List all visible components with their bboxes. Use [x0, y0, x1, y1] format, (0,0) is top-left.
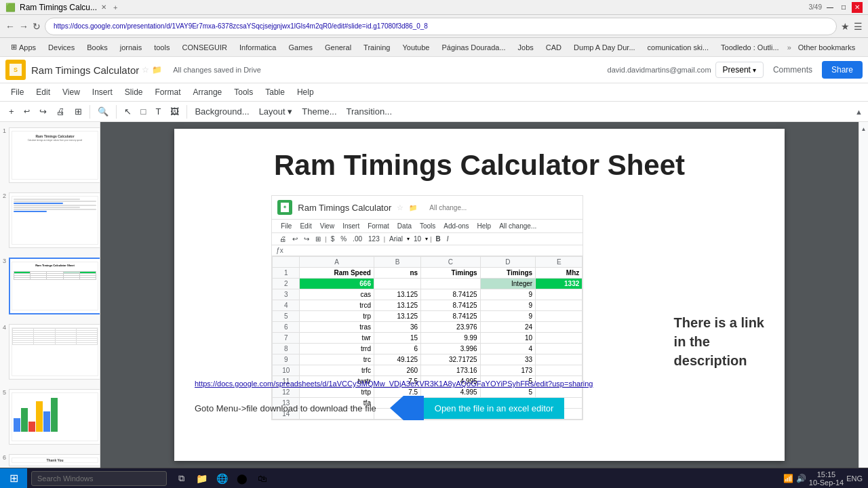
- slide-spreadsheet-link[interactable]: https://docs.google.com/spreadsheets/d/1…: [195, 380, 764, 388]
- bookmark-training[interactable]: Training: [358, 42, 395, 53]
- table-row-5: 5 trp 13.125 8.74125 9: [273, 311, 583, 322]
- bookmark-youtube[interactable]: Youtube: [397, 42, 435, 53]
- back-btn[interactable]: ←: [5, 21, 15, 32]
- toolbar-transition-btn[interactable]: Transition...: [343, 104, 395, 119]
- slide-thumb-wrapper-1: 1 Ram Timings Calculator Calculate timin…: [3, 127, 97, 183]
- menu-view[interactable]: View: [57, 85, 85, 100]
- menu-file[interactable]: File: [5, 85, 29, 100]
- slide1-thumb-sub: Calculate timings as integer values from…: [12, 138, 98, 142]
- more-bookmarks-icon[interactable]: »: [787, 43, 791, 52]
- settings-btn[interactable]: ☰: [854, 21, 863, 32]
- slide-thumb-4[interactable]: [9, 324, 100, 380]
- tab-close-icon[interactable]: ✕: [101, 3, 106, 11]
- saved-status: All changes saved in Drive: [173, 66, 261, 74]
- cell-10a: trfc: [300, 365, 374, 376]
- toolbar-paintformat-btn[interactable]: ⊞: [71, 104, 85, 119]
- taskbar-search-input[interactable]: [31, 471, 167, 486]
- menu-slide[interactable]: Slide: [119, 85, 149, 100]
- new-tab-btn[interactable]: +: [113, 3, 117, 12]
- title-folder-icon[interactable]: 📁: [152, 65, 162, 75]
- maximize-btn[interactable]: □: [838, 2, 849, 13]
- taskbar-store-btn[interactable]: 🛍: [252, 468, 273, 489]
- slide2-line3: [14, 203, 63, 204]
- menu-edit[interactable]: Edit: [31, 85, 56, 100]
- toolbar-cursor-btn[interactable]: ↖: [121, 104, 135, 119]
- url-input[interactable]: [45, 18, 837, 35]
- bookmark-toodledo[interactable]: Toodledo : Outli...: [715, 42, 785, 53]
- ss-menubar: File Edit View Insert Format Data Tools …: [272, 220, 583, 233]
- slide-thumb-2[interactable]: [9, 192, 100, 248]
- present-dropdown-icon[interactable]: ▾: [753, 66, 756, 74]
- ss-topbar: ✦ Ram Timings Calculator ☆ 📁 All change.…: [272, 196, 583, 220]
- bookmark-apps[interactable]: ⊞ Apps: [5, 41, 41, 53]
- svg-marker-0: [390, 396, 424, 420]
- cell-3e: [536, 289, 583, 300]
- cell-1b: ns: [374, 268, 420, 279]
- slide-thumb-6[interactable]: Thank You: [9, 454, 100, 466]
- share-btn[interactable]: Share: [822, 61, 863, 79]
- bookmark-cad[interactable]: CAD: [540, 42, 567, 53]
- forward-btn[interactable]: →: [19, 21, 28, 32]
- toolbar-undo2-btn[interactable]: ↩: [20, 105, 33, 118]
- toolbar-shape-btn[interactable]: □: [138, 104, 150, 119]
- bookmark-games[interactable]: Games: [283, 42, 317, 53]
- taskbar-task-view-btn[interactable]: ⧉: [171, 468, 191, 489]
- bookmark-general[interactable]: General: [319, 42, 357, 53]
- menu-format[interactable]: Format: [150, 85, 186, 100]
- cell-2b: [374, 279, 420, 289]
- menu-arrange[interactable]: Arrange: [188, 85, 228, 100]
- taskbar-clock[interactable]: 15:15 10-Sep-14: [809, 470, 844, 487]
- slide-thumb-5[interactable]: [9, 389, 100, 445]
- ss-fontsize-dropdown-icon: ▾: [425, 236, 428, 242]
- open-excel-btn[interactable]: Open the file in an excel editor: [424, 398, 565, 419]
- network-icon: 📶: [783, 474, 793, 483]
- toolbar-text-btn[interactable]: T: [152, 104, 164, 119]
- comments-btn[interactable]: Comments: [768, 62, 818, 77]
- bookmark-comunication[interactable]: comunication ski...: [642, 42, 714, 53]
- toolbar-redo-btn[interactable]: ↪: [36, 104, 50, 119]
- toolbar-image-btn[interactable]: 🖼: [167, 104, 182, 119]
- bookmark-devices[interactable]: Devices: [43, 42, 80, 53]
- toolbar-undo-btn[interactable]: +: [5, 104, 18, 119]
- slide5-bar5: [43, 411, 50, 432]
- collapse-btn[interactable]: ▲: [855, 108, 863, 116]
- slide-thumb-3[interactable]: Ram Timings Calculator Sheet: [9, 258, 100, 314]
- bookmark-paginas[interactable]: Páginas Dourada...: [436, 42, 511, 53]
- slide-thumb-1[interactable]: Ram Timings Calculator Calculate timings…: [9, 127, 100, 183]
- toolbar-layout-btn[interactable]: Layout ▾: [256, 104, 296, 119]
- taskbar-file-explorer-btn[interactable]: 📁: [191, 468, 212, 489]
- menu-tools[interactable]: Tools: [229, 85, 258, 100]
- close-btn[interactable]: ✕: [852, 2, 863, 13]
- slide2-line2: [14, 201, 96, 202]
- minimize-btn[interactable]: —: [825, 2, 835, 13]
- toolbar-print-btn[interactable]: 🖨: [53, 104, 68, 119]
- menu-insert[interactable]: Insert: [87, 85, 118, 100]
- browser-tab-title: Ram Timings Calcu...: [20, 3, 97, 12]
- present-btn[interactable]: Present ▾: [715, 62, 764, 78]
- taskbar-edge-btn[interactable]: 🌐: [212, 468, 232, 489]
- taskbar-chrome-btn[interactable]: ⬤: [232, 468, 252, 489]
- toolbar-zoom-btn[interactable]: 🔍: [94, 104, 112, 119]
- slide2-line5: [14, 207, 80, 208]
- row-num-4: 4: [273, 300, 300, 311]
- bookmark-jobs[interactable]: Jobs: [513, 42, 539, 53]
- menu-table[interactable]: Table: [260, 85, 290, 100]
- slide-canvas[interactable]: Ram Timings Calculator Sheet ✦: [174, 129, 785, 461]
- start-btn[interactable]: ⊞: [0, 468, 27, 489]
- menu-help[interactable]: Help: [292, 85, 319, 100]
- toolbar-theme-btn[interactable]: Theme...: [298, 104, 340, 119]
- bookmark-conseguir[interactable]: CONSEGUIR: [176, 42, 233, 53]
- bookmark-star-btn[interactable]: ★: [841, 21, 850, 32]
- col-header-a: A: [300, 257, 374, 268]
- table-row-6: 6 tras 36 23.976 24: [273, 322, 583, 333]
- refresh-btn[interactable]: ↻: [33, 21, 41, 32]
- bookmark-informatica[interactable]: Informatica: [234, 42, 281, 53]
- bookmark-jornais[interactable]: jornais: [115, 42, 147, 53]
- slide-bottom-row: Goto Menu->file download to download the…: [195, 396, 764, 420]
- bookmark-books[interactable]: Books: [81, 42, 113, 53]
- bookmark-dump[interactable]: Dump A Day Dur...: [568, 42, 640, 53]
- bookmark-other[interactable]: Other bookmarks: [793, 42, 861, 53]
- bookmark-tools[interactable]: tools: [149, 42, 175, 53]
- toolbar-background-btn[interactable]: Background...: [191, 104, 252, 119]
- title-star-icon[interactable]: ☆: [142, 65, 149, 75]
